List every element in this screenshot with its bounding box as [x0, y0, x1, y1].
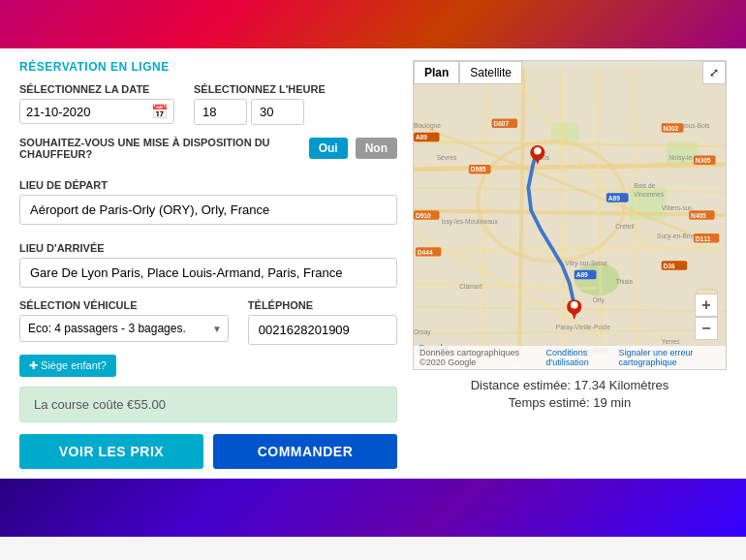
svg-text:Sèvres: Sèvres [437, 154, 457, 161]
bottom-bar [0, 479, 746, 537]
left-panel: RÉSERVATION EN LIGNE Sélectionnez la Dat… [19, 60, 397, 469]
phone-group: TÉLÉPHONE [248, 299, 397, 345]
svg-text:Sucy-en-Brie: Sucy-en-Brie [657, 233, 695, 240]
map-zoom-controls: + − [695, 294, 718, 340]
svg-text:D985: D985 [471, 166, 486, 172]
page-title: RÉSERVATION EN LIGNE [19, 60, 397, 74]
time-inputs [194, 99, 326, 125]
distance-info: Distance estimée: 17.34 Kilomètres Temps… [413, 378, 727, 413]
svg-text:D607: D607 [493, 120, 509, 127]
svg-text:A89: A89 [608, 195, 620, 202]
vehicle-group: SÉLECTION VÉHICULE Eco: 4 passagers - 3 … [19, 299, 229, 345]
time-group: Sélectionnez l'heure [194, 83, 326, 125]
svg-text:Paray-Vieille-Poste: Paray-Vieille-Poste [556, 324, 610, 331]
svg-point-68 [534, 147, 542, 155]
vehicle-select-wrapper: Eco: 4 passagers - 3 bagages. ▼ [19, 315, 229, 342]
arrive-input[interactable] [19, 258, 397, 288]
time-value: 19 min [593, 395, 631, 410]
btn-non[interactable]: Non [356, 138, 397, 159]
fullscreen-icon[interactable]: ⤢ [702, 61, 726, 84]
vehicle-label: SÉLECTION VÉHICULE [19, 299, 229, 311]
svg-text:D111: D111 [696, 235, 711, 242]
chauffeur-row: SOUHAITEZ-VOUS UNE MISE À DISPOSITION DU… [19, 137, 397, 160]
vehicle-select[interactable]: Eco: 4 passagers - 3 bagages. [20, 316, 228, 341]
zoom-in-button[interactable]: + [695, 294, 718, 317]
distance-value: 17.34 Kilomètres [575, 378, 669, 392]
main-content: RÉSERVATION EN LIGNE Sélectionnez la Dat… [0, 48, 746, 479]
tab-plan[interactable]: Plan [414, 61, 459, 84]
depart-group: LIEU DE DÉPART [19, 171, 397, 227]
top-bar [0, 0, 746, 48]
svg-point-71 [571, 301, 578, 309]
svg-text:N305: N305 [696, 157, 711, 164]
svg-text:Villiers-sur-: Villiers-sur- [662, 204, 694, 211]
btn-oui[interactable]: Oui [309, 138, 348, 159]
vehicle-phone-row: SÉLECTION VÉHICULE Eco: 4 passagers - 3 … [19, 299, 397, 345]
map-tabs: Plan Satellite [414, 61, 522, 84]
date-group: Sélectionnez la Date 📅 [19, 83, 174, 125]
zoom-out-button[interactable]: − [695, 317, 718, 340]
price-text: La course coûte €55.00 [34, 397, 166, 412]
svg-text:A89: A89 [576, 271, 588, 278]
svg-text:Vitry-sur-Seine: Vitry-sur-Seine [565, 260, 607, 267]
voir-prix-button[interactable]: VOIR LES PRIX [19, 434, 203, 469]
phone-input[interactable] [248, 315, 397, 345]
svg-text:Boulogne: Boulogne [414, 122, 441, 130]
svg-text:Vincennes: Vincennes [634, 191, 664, 198]
tab-satellite[interactable]: Satellite [459, 61, 522, 84]
svg-text:Yerres: Yerres [662, 338, 681, 345]
map-svg: Paris Vitry-sur-Seine Orly Issy-les-Moul… [414, 61, 726, 369]
time-minute-input[interactable] [251, 99, 304, 125]
calendar-icon: 📅 [151, 104, 168, 119]
right-panel: Paris Vitry-sur-Seine Orly Issy-les-Moul… [413, 60, 727, 469]
svg-text:N405: N405 [691, 212, 706, 219]
date-time-row: Sélectionnez la Date 📅 Sélectionnez l'he… [19, 83, 397, 125]
arrive-label: LIEU D'ARRIVÉE [19, 242, 397, 254]
svg-text:Orly: Orly [593, 296, 606, 304]
action-buttons: VOIR LES PRIX COMMANDER [19, 434, 397, 469]
svg-text:D36: D36 [664, 263, 675, 269]
depart-label: LIEU DE DÉPART [19, 179, 397, 191]
map-container: Paris Vitry-sur-Seine Orly Issy-les-Moul… [413, 60, 727, 370]
svg-text:A89: A89 [416, 134, 427, 140]
time-label: Temps estimé: [509, 395, 590, 410]
svg-text:Créteil: Créteil [615, 223, 635, 230]
map-error-link[interactable]: Signaler une erreur cartographique [618, 348, 720, 367]
time-hour-input[interactable] [194, 99, 247, 125]
map-footer: Données cartographiques ©2020 Google Con… [414, 346, 726, 369]
distance-label: Distance estimée: [471, 378, 571, 392]
date-input-wrapper: 📅 [19, 99, 174, 124]
siege-enfant-button[interactable]: ✚ Siège enfant? [19, 355, 116, 377]
date-input[interactable] [26, 105, 147, 119]
distance-row: Distance estimée: 17.34 Kilomètres [413, 378, 727, 392]
svg-text:Issy-les-Moulineaux: Issy-les-Moulineaux [441, 218, 498, 226]
phone-label: TÉLÉPHONE [248, 299, 397, 311]
svg-text:D910: D910 [416, 212, 431, 219]
price-box: La course coûte €55.00 [19, 387, 397, 422]
svg-text:Bois de: Bois de [634, 182, 655, 189]
depart-input[interactable] [19, 195, 397, 225]
svg-point-1 [575, 263, 620, 296]
svg-text:D444: D444 [418, 249, 433, 256]
time-row: Temps estimé: 19 min [413, 395, 727, 410]
svg-text:Orsay: Orsay [414, 328, 431, 336]
svg-text:N302: N302 [664, 125, 679, 132]
time-label: Sélectionnez l'heure [194, 83, 326, 95]
svg-text:Noisy-le-: Noisy-le- [668, 154, 694, 162]
map-conditions-link[interactable]: Conditions d'utilisation [546, 348, 611, 367]
commander-button[interactable]: COMMANDER [213, 434, 397, 469]
chauffeur-label: SOUHAITEZ-VOUS UNE MISE À DISPOSITION DU… [19, 137, 301, 160]
map-copyright: Données cartographiques ©2020 Google [420, 348, 539, 367]
arrive-group: LIEU D'ARRIVÉE [19, 234, 397, 290]
svg-text:Thiais: Thiais [615, 278, 633, 285]
svg-text:Clamart: Clamart [459, 283, 482, 290]
date-label: Sélectionnez la Date [19, 83, 174, 95]
